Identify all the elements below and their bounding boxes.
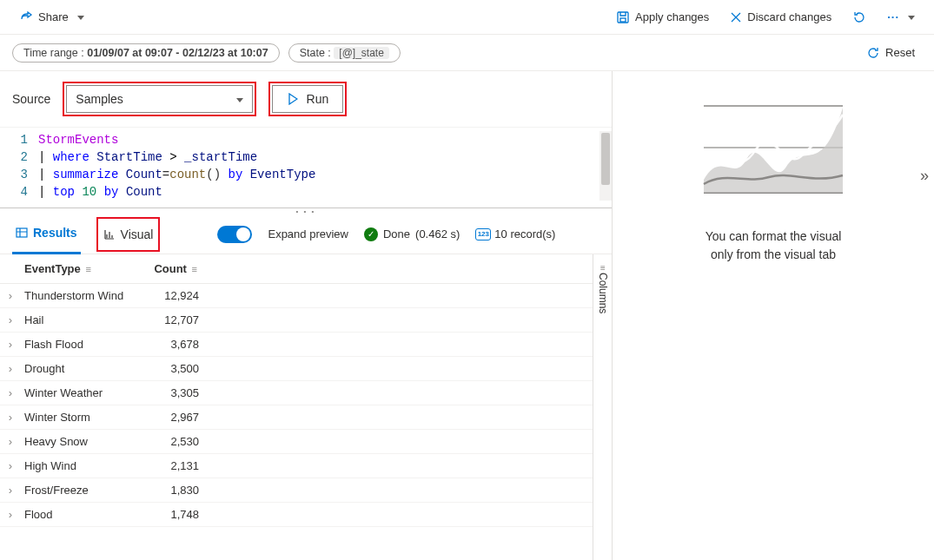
table-row[interactable]: ›Thunderstorm Wind12,924 xyxy=(0,284,593,308)
expand-row-icon[interactable]: › xyxy=(0,313,21,326)
column-menu-icon[interactable]: ≡ xyxy=(83,264,92,274)
cell-event: Thunderstorm Wind xyxy=(21,289,142,302)
cell-count: 1,830 xyxy=(142,484,208,497)
source-select[interactable]: Samples xyxy=(66,85,253,113)
expand-row-icon[interactable]: › xyxy=(0,289,21,302)
more-menu-button[interactable]: ··· xyxy=(880,7,922,27)
grip-icon: ≡ xyxy=(597,263,609,273)
expand-row-icon[interactable]: › xyxy=(0,362,21,375)
cell-count: 3,678 xyxy=(142,338,208,351)
chevron-down-icon xyxy=(233,92,243,106)
table-row[interactable]: ›Drought3,500 xyxy=(0,357,593,381)
main-wrap: Source Samples Run 1234 StormEvents | wh… xyxy=(0,71,934,560)
tab-visual-label: Visual xyxy=(121,227,154,241)
table-row[interactable]: ›Frost/Freeze1,830 xyxy=(0,478,593,503)
grid-body: EventType ≡ Count ≡ ›Thunderstorm Wind12… xyxy=(0,254,593,560)
cell-count: 12,707 xyxy=(142,313,208,326)
discard-label: Discard changes xyxy=(747,10,831,23)
filter-row: Time range : 01/09/07 at 09:07 - 02/12/2… xyxy=(0,35,934,71)
cell-event: Hail xyxy=(21,313,142,326)
reset-button[interactable]: Reset xyxy=(859,43,922,63)
chevron-double-right-icon: » xyxy=(920,167,929,184)
share-icon xyxy=(19,10,33,24)
expand-right-panel[interactable]: » xyxy=(920,167,929,185)
table-row[interactable]: ›High Wind2,131 xyxy=(0,454,593,478)
chevron-down-icon xyxy=(74,10,84,23)
results-header: Results Visual Expand preview ✓ Done (0.… xyxy=(0,214,612,254)
source-selected: Samples xyxy=(76,92,123,106)
svg-rect-0 xyxy=(618,12,628,23)
refresh-icon xyxy=(852,10,866,24)
source-label: Source xyxy=(12,92,50,106)
run-button[interactable]: Run xyxy=(272,85,343,113)
cell-event: Frost/Freeze xyxy=(21,484,142,497)
expand-row-icon[interactable]: › xyxy=(0,435,21,448)
query-editor[interactable]: 1234 StormEvents | where StartTime > _st… xyxy=(0,127,612,208)
horizontal-splitter[interactable]: • • • xyxy=(0,208,612,214)
tab-results[interactable]: Results xyxy=(12,214,81,254)
status-done: ✓ Done (0.462 s) xyxy=(364,227,460,241)
cell-count: 2,967 xyxy=(142,411,208,424)
record-count-label: 10 record(s) xyxy=(494,227,555,240)
apply-changes-button[interactable]: Apply changes xyxy=(609,7,716,28)
results-grid: EventType ≡ Count ≡ ›Thunderstorm Wind12… xyxy=(0,254,612,560)
cell-count: 1,748 xyxy=(142,508,208,521)
expand-row-icon[interactable]: › xyxy=(0,386,21,399)
column-menu-icon[interactable]: ≡ xyxy=(190,264,199,274)
apply-label: Apply changes xyxy=(635,10,709,23)
table-row[interactable]: ›Winter Weather3,305 xyxy=(0,381,593,405)
editor-scroll-thumb[interactable] xyxy=(601,133,610,185)
save-icon xyxy=(616,10,630,24)
chart-placeholder-icon xyxy=(699,97,847,201)
table-row[interactable]: ›Hail12,707 xyxy=(0,308,593,333)
time-range-pill[interactable]: Time range : 01/09/07 at 09:07 - 02/12/2… xyxy=(12,43,280,63)
share-label: Share xyxy=(38,10,69,23)
table-row[interactable]: ›Flash Flood3,678 xyxy=(0,333,593,357)
header-count[interactable]: Count ≡ xyxy=(142,262,208,275)
done-label: Done xyxy=(383,227,410,240)
left-pane: Source Samples Run 1234 StormEvents | wh… xyxy=(0,71,613,560)
cell-count: 2,530 xyxy=(142,435,208,448)
tab-results-label: Results xyxy=(33,226,77,240)
editor-gutter: 1234 xyxy=(0,131,38,201)
header-event[interactable]: EventType ≡ xyxy=(21,262,142,275)
checkmark-icon: ✓ xyxy=(364,227,378,241)
grid-header-row: EventType ≡ Count ≡ xyxy=(0,254,593,284)
columns-side-tab[interactable]: ≡ Columns xyxy=(593,254,612,560)
time-range-label: Time range : xyxy=(23,47,84,59)
grid-rows: ›Thunderstorm Wind12,924›Hail12,707›Flas… xyxy=(0,284,593,527)
expand-preview-toggle[interactable] xyxy=(217,226,252,243)
time-range-value: 01/09/07 at 09:07 - 02/12/23 at 10:07 xyxy=(87,47,268,59)
editor-scrollbar[interactable] xyxy=(599,131,612,201)
refresh-button[interactable] xyxy=(845,7,873,28)
tab-visual[interactable]: Visual xyxy=(100,221,157,248)
state-placeholder: [@]_state xyxy=(334,47,389,59)
table-row[interactable]: ›Heavy Snow2,530 xyxy=(0,430,593,454)
cell-count: 2,131 xyxy=(142,459,208,472)
expand-row-icon[interactable]: › xyxy=(0,338,21,351)
expand-row-icon[interactable]: › xyxy=(0,459,21,472)
table-icon xyxy=(16,227,28,239)
discard-changes-button[interactable]: Discard changes xyxy=(723,7,838,27)
cell-event: Winter Storm xyxy=(21,411,142,424)
top-toolbar: Share Apply changes Discard changes ··· xyxy=(0,0,934,35)
table-row[interactable]: ›Flood1,748 xyxy=(0,503,593,527)
cell-event: Flash Flood xyxy=(21,338,142,351)
record-count: 123 10 record(s) xyxy=(475,227,555,240)
records-icon: 123 xyxy=(475,228,491,240)
expand-row-icon[interactable]: › xyxy=(0,508,21,521)
state-pill[interactable]: State : [@]_state xyxy=(288,43,401,63)
state-label: State : xyxy=(300,47,331,59)
expand-row-icon[interactable]: › xyxy=(0,484,21,497)
grip-icon: • • • xyxy=(296,208,316,215)
source-highlight: Samples xyxy=(63,82,256,116)
expand-preview-label: Expand preview xyxy=(268,227,348,240)
expand-row-icon[interactable]: › xyxy=(0,411,21,424)
cell-count: 3,500 xyxy=(142,362,208,375)
cell-count: 3,305 xyxy=(142,386,208,399)
table-row[interactable]: ›Winter Storm2,967 xyxy=(0,405,593,430)
close-icon xyxy=(730,11,742,23)
share-button[interactable]: Share xyxy=(12,7,91,28)
ellipsis-icon: ··· xyxy=(887,10,899,23)
cell-event: High Wind xyxy=(21,459,142,472)
